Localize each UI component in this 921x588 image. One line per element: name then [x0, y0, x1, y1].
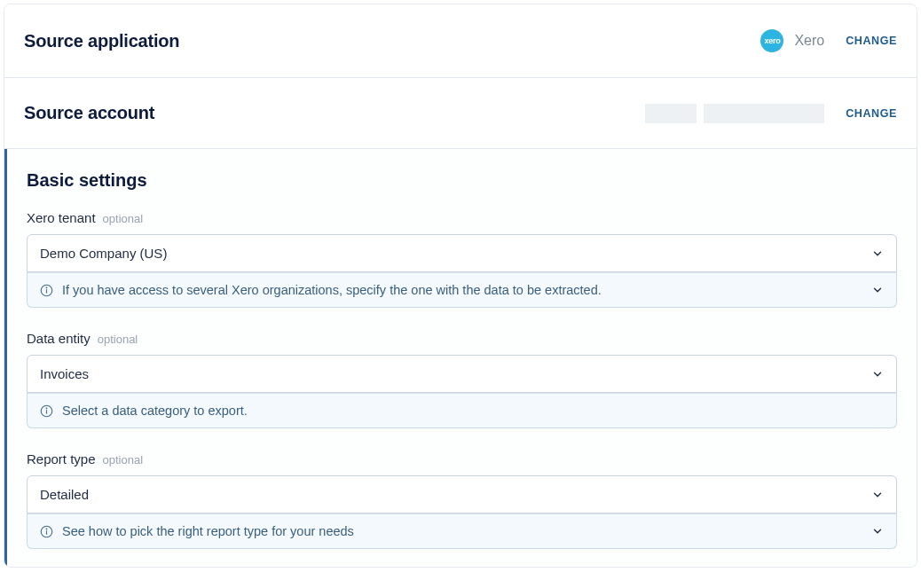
data-entity-hint-text: Select a data category to export.	[62, 404, 248, 418]
source-account-section: Source account CHANGE	[4, 78, 917, 149]
app-name-label: Xero	[794, 33, 824, 49]
config-panel: Source application xero Xero CHANGE Sour…	[4, 4, 917, 568]
info-icon	[40, 525, 53, 538]
report-type-label: Report type	[27, 451, 96, 466]
data-entity-value: Invoices	[40, 366, 89, 381]
chevron-down-icon	[871, 247, 884, 260]
optional-badge: optional	[103, 212, 144, 225]
field-data-entity: Data entity optional Invoices Select a d…	[27, 331, 897, 428]
data-entity-select[interactable]: Invoices	[27, 355, 897, 393]
xero-tenant-value: Demo Company (US)	[40, 246, 167, 261]
xero-tenant-label: Xero tenant	[27, 210, 96, 225]
chevron-down-icon	[871, 368, 884, 380]
app-chip: xero Xero	[760, 29, 824, 52]
svg-point-8	[46, 529, 47, 529]
chevron-down-icon	[871, 489, 884, 501]
xero-tenant-hint-text: If you have access to several Xero organ…	[62, 283, 602, 297]
svg-point-2	[46, 287, 47, 288]
xero-logo-icon: xero	[760, 29, 783, 52]
redacted-block	[645, 104, 697, 123]
xero-tenant-select[interactable]: Demo Company (US)	[27, 234, 897, 272]
report-type-value: Detailed	[40, 487, 89, 502]
basic-settings-section: Basic settings Xero tenant optional Demo…	[4, 149, 917, 567]
source-application-section: Source application xero Xero CHANGE	[4, 4, 917, 78]
redacted-block	[704, 104, 824, 123]
change-application-button[interactable]: CHANGE	[846, 35, 897, 47]
report-type-hint-row[interactable]: See how to pick the right report type fo…	[27, 514, 897, 549]
optional-badge: optional	[98, 333, 138, 346]
chevron-down-icon	[871, 284, 884, 296]
field-xero-tenant: Xero tenant optional Demo Company (US) I…	[27, 210, 897, 308]
field-report-type: Report type optional Detailed See how to…	[27, 451, 897, 549]
info-icon	[40, 404, 53, 418]
chevron-down-icon	[871, 525, 884, 537]
info-icon	[40, 284, 53, 297]
change-account-button[interactable]: CHANGE	[846, 107, 897, 120]
report-type-hint-text: See how to pick the right report type fo…	[62, 524, 354, 538]
account-value-redacted	[645, 104, 824, 123]
data-entity-label: Data entity	[27, 331, 91, 346]
svg-point-5	[46, 408, 47, 409]
data-entity-hint-row[interactable]: Select a data category to export.	[27, 393, 897, 428]
basic-settings-title: Basic settings	[27, 170, 897, 191]
optional-badge: optional	[103, 453, 144, 466]
xero-tenant-hint-row[interactable]: If you have access to several Xero organ…	[27, 272, 897, 308]
report-type-select[interactable]: Detailed	[27, 475, 897, 514]
source-application-title: Source application	[24, 31, 179, 51]
source-account-title: Source account	[24, 103, 154, 123]
